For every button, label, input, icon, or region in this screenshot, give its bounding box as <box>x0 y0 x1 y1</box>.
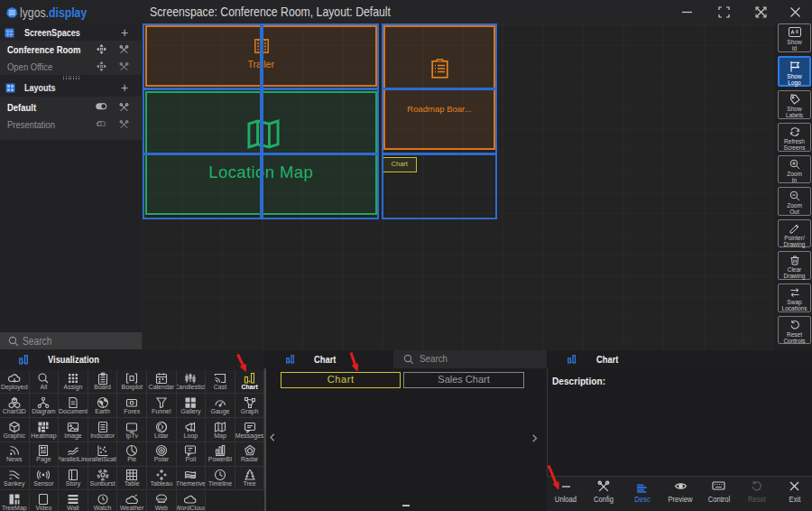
svg-text:www: www <box>157 497 166 501</box>
